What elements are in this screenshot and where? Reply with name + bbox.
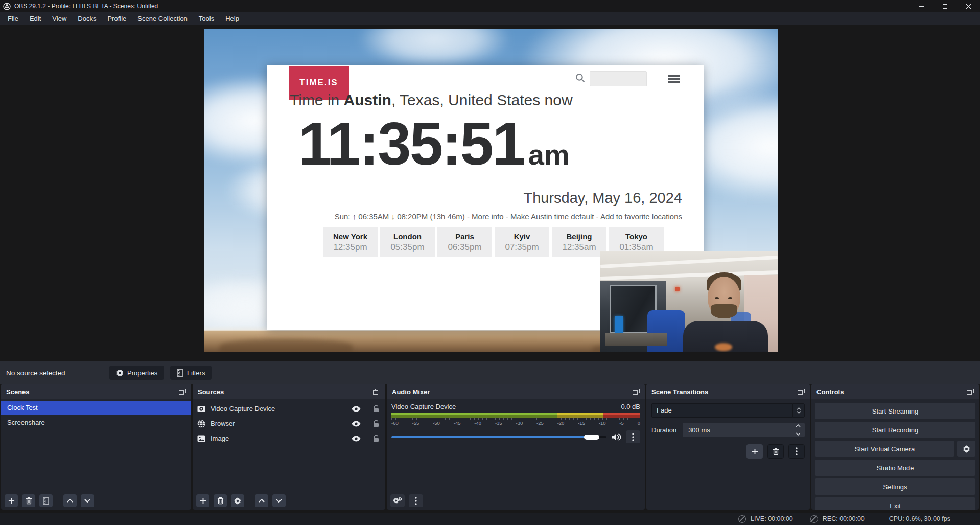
visibility-eye-icon[interactable] bbox=[352, 421, 361, 427]
start-virtual-camera-button[interactable]: Start Virtual Camera bbox=[815, 441, 954, 457]
source-item-image[interactable]: Image bbox=[193, 431, 385, 446]
timeis-date: Thursday, May 16, 2024 bbox=[523, 190, 682, 207]
move-scene-down-button[interactable] bbox=[81, 494, 94, 507]
image-icon bbox=[197, 435, 205, 442]
studio-mode-button[interactable]: Studio Mode bbox=[815, 460, 975, 476]
exit-button[interactable]: Exit bbox=[815, 497, 975, 510]
meter-tick-labels: -60-55-50-45-40-35-30-25-20-15-10-50 bbox=[391, 420, 640, 426]
volume-slider-handle[interactable] bbox=[584, 435, 599, 440]
move-source-up-button[interactable] bbox=[255, 494, 268, 507]
start-recording-button[interactable]: Start Recording bbox=[815, 422, 975, 438]
preview-canvas[interactable]: TIME.IS Time in Austin, Texas, United St… bbox=[204, 29, 778, 352]
scene-transitions-dock: Scene Transitions Fade Duration 300 ms bbox=[646, 384, 810, 510]
timeis-heading: Time in Austin, Texas, United States now bbox=[290, 92, 573, 109]
popout-icon[interactable] bbox=[373, 389, 380, 395]
scene-item-screenshare[interactable]: Screenshare bbox=[1, 416, 191, 429]
transition-select[interactable]: Fade bbox=[651, 403, 805, 418]
chevron-down-icon bbox=[276, 499, 282, 503]
transition-menu-button[interactable] bbox=[788, 444, 805, 459]
city-box-paris: Paris06:35pm bbox=[437, 227, 492, 257]
add-scene-button[interactable] bbox=[5, 494, 18, 507]
menu-tools[interactable]: Tools bbox=[193, 12, 220, 25]
preview-region: TIME.IS Time in Austin, Texas, United St… bbox=[0, 25, 980, 361]
speaker-icon[interactable] bbox=[611, 433, 621, 441]
scenes-list: Clock Test Screenshare bbox=[1, 401, 191, 429]
popout-icon[interactable] bbox=[798, 389, 805, 395]
popout-icon[interactable] bbox=[967, 389, 974, 395]
menu-profile[interactable]: Profile bbox=[102, 12, 132, 25]
scenes-header: Scenes bbox=[1, 384, 191, 399]
visibility-eye-icon[interactable] bbox=[352, 406, 361, 412]
move-source-down-button[interactable] bbox=[272, 494, 286, 507]
minimize-icon bbox=[919, 6, 924, 7]
mixer-menu-button[interactable] bbox=[409, 494, 423, 507]
popout-icon[interactable] bbox=[633, 389, 640, 395]
add-favorite-link: Add to favorite locations bbox=[600, 212, 682, 221]
menu-docks[interactable]: Docks bbox=[72, 12, 102, 25]
settings-button[interactable]: Settings bbox=[815, 478, 975, 495]
scene-item-clock-test[interactable]: Clock Test bbox=[1, 401, 191, 415]
scene-filters-button[interactable] bbox=[39, 494, 53, 507]
menu-view[interactable]: View bbox=[46, 12, 72, 25]
menu-file[interactable]: File bbox=[2, 12, 24, 25]
add-transition-button[interactable] bbox=[746, 444, 763, 459]
city-box-beijing: Beijing12:35am bbox=[552, 227, 606, 257]
start-streaming-button[interactable]: Start Streaming bbox=[815, 403, 975, 419]
gear-icon bbox=[116, 369, 124, 377]
volume-meter bbox=[391, 413, 640, 418]
remove-source-button[interactable] bbox=[214, 494, 227, 507]
close-icon bbox=[966, 4, 971, 9]
cpu-fps-stats: CPU: 0.6%, 30.00 fps bbox=[889, 515, 950, 522]
gear-icon bbox=[234, 497, 241, 505]
menu-edit[interactable]: Edit bbox=[24, 12, 46, 25]
popout-icon[interactable] bbox=[179, 389, 186, 395]
advanced-audio-button[interactable] bbox=[390, 494, 405, 507]
duration-spinner[interactable]: 300 ms bbox=[683, 423, 805, 437]
monitor-glow bbox=[615, 316, 623, 334]
remove-scene-button[interactable] bbox=[22, 494, 35, 507]
search-input bbox=[590, 71, 647, 86]
remove-transition-button[interactable] bbox=[767, 444, 784, 459]
add-source-button[interactable] bbox=[196, 494, 209, 507]
channel-menu-button[interactable] bbox=[626, 430, 640, 443]
close-button[interactable] bbox=[956, 0, 980, 12]
title-bar: OBS 29.1.2 - Profile: LLHLS BETA - Scene… bbox=[0, 0, 980, 12]
lock-icon[interactable] bbox=[373, 420, 379, 427]
lock-icon[interactable] bbox=[373, 435, 379, 442]
live-timecode: LIVE: 00:00:00 bbox=[751, 515, 793, 522]
volume-slider[interactable] bbox=[391, 436, 606, 438]
maximize-button[interactable] bbox=[933, 0, 956, 12]
record-inactive-icon bbox=[810, 515, 818, 523]
person-eye bbox=[728, 297, 732, 299]
lock-icon[interactable] bbox=[373, 405, 379, 413]
timeis-sun-info: Sun: ↑ 06:35AM ↓ 08:20PM (13h 46m) - Mor… bbox=[335, 212, 682, 221]
stream-inactive-icon bbox=[738, 515, 746, 523]
trash-icon bbox=[26, 497, 32, 505]
city-box-london: London05:35pm bbox=[380, 227, 435, 257]
visibility-eye-icon[interactable] bbox=[352, 436, 361, 442]
clock-meridiem: am bbox=[528, 139, 570, 171]
properties-button[interactable]: Properties bbox=[109, 366, 164, 380]
office-desks bbox=[605, 333, 667, 346]
menu-help[interactable]: Help bbox=[220, 12, 245, 25]
plus-icon bbox=[200, 497, 206, 504]
person bbox=[677, 265, 774, 352]
source-item-video-capture[interactable]: Video Capture Device bbox=[193, 401, 385, 416]
minimize-button[interactable] bbox=[909, 0, 933, 12]
move-scene-up-button[interactable] bbox=[63, 494, 77, 507]
trash-icon bbox=[217, 497, 224, 505]
menu-scene-collection[interactable]: Scene Collection bbox=[132, 12, 193, 25]
spinner-chevrons-icon[interactable] bbox=[796, 424, 801, 436]
kebab-menu-icon bbox=[415, 497, 417, 505]
city-box-newyork: New York12:35pm bbox=[323, 227, 378, 257]
virtual-camera-settings-button[interactable] bbox=[957, 441, 975, 457]
filters-button[interactable]: Filters bbox=[170, 366, 212, 380]
webcam-source[interactable] bbox=[600, 251, 778, 352]
volume-slider-fill bbox=[391, 436, 592, 438]
source-item-browser[interactable]: Browser bbox=[193, 416, 385, 431]
kebab-menu-icon bbox=[632, 433, 634, 441]
source-properties-button[interactable] bbox=[231, 494, 244, 507]
city-box-kyiv: Kyiv07:35pm bbox=[495, 227, 549, 257]
scenes-dock: Scenes Clock Test Screenshare bbox=[1, 384, 191, 510]
filters-icon bbox=[177, 369, 183, 377]
